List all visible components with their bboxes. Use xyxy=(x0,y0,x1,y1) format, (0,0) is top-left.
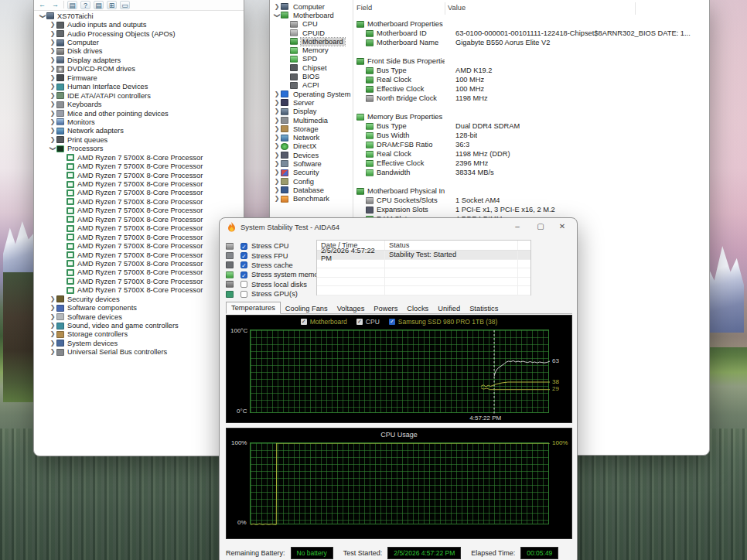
chevron-right-icon[interactable]: ❯ xyxy=(49,128,56,134)
log-entry-row[interactable]: 2/5/2026 4:57:22 PMStability Test: Start… xyxy=(317,251,530,260)
device-tree-item[interactable]: ❯System devices xyxy=(34,339,244,347)
chevron-right-icon[interactable]: ❯ xyxy=(273,4,281,10)
device-tree-item[interactable]: ❯Display adapters xyxy=(34,56,244,64)
field-value-row[interactable]: Real Clock100 MHz xyxy=(353,75,709,84)
export-list-icon[interactable]: ▤ xyxy=(94,1,104,9)
chevron-right-icon[interactable]: ❯ xyxy=(49,31,56,37)
aida-nav-item[interactable]: ❯Multimedia xyxy=(270,116,353,125)
chevron-right-icon[interactable]: ❯ xyxy=(49,296,56,302)
device-tree-item[interactable]: AMD Ryzen 7 5700X 8-Core Processor xyxy=(34,197,244,206)
field-value-row[interactable]: Bus TypeAMD K19.2 xyxy=(353,66,709,75)
chevron-right-icon[interactable]: ❯ xyxy=(273,100,281,106)
chevron-down-icon[interactable]: ❯ xyxy=(49,145,56,152)
aida-nav-item[interactable]: Motherboard xyxy=(270,37,353,46)
chevron-right-icon[interactable]: ❯ xyxy=(49,75,56,81)
checkbox-checked[interactable]: ✓ xyxy=(240,243,247,250)
chevron-right-icon[interactable]: ❯ xyxy=(273,179,281,185)
chevron-right-icon[interactable]: ❯ xyxy=(49,66,56,72)
chevron-right-icon[interactable]: ❯ xyxy=(273,161,281,167)
tab-unified[interactable]: Unified xyxy=(433,303,465,314)
checkbox-checked[interactable]: ✓ xyxy=(240,252,247,259)
device-tree-item[interactable]: AMD Ryzen 7 5700X 8-Core Processor xyxy=(34,162,244,170)
device-tree-item[interactable]: AMD Ryzen 7 5700X 8-Core Processor xyxy=(34,215,244,224)
chevron-right-icon[interactable]: ❯ xyxy=(49,93,56,99)
field-value-row[interactable]: Motherboard NameGigabyte B550 Aorus Elit… xyxy=(353,38,709,47)
field-value-row[interactable]: Memory Bus Properties xyxy=(353,112,709,121)
field-value-row[interactable]: Motherboard Physical Info xyxy=(353,186,709,196)
chevron-right-icon[interactable]: ❯ xyxy=(49,331,56,337)
device-tree-item[interactable]: ❯XS70Taichi xyxy=(34,12,244,20)
device-tree-item[interactable]: ❯Universal Serial Bus controllers xyxy=(34,348,244,357)
chevron-right-icon[interactable]: ❯ xyxy=(273,169,281,176)
aida-nav-item[interactable]: ❯Computer xyxy=(270,2,353,11)
chevron-right-icon[interactable]: ❯ xyxy=(49,101,56,108)
maximize-button[interactable]: ▢ xyxy=(535,221,546,232)
tab-cooling-fans[interactable]: Cooling Fans xyxy=(281,303,333,314)
device-tree-item[interactable]: ❯Storage controllers xyxy=(34,330,244,339)
legend-checkbox-checked[interactable]: ✓ xyxy=(301,319,307,325)
aida-nav-item[interactable]: ❯Devices xyxy=(270,151,353,159)
device-tree-item[interactable]: AMD Ryzen 7 5700X 8-Core Processor xyxy=(34,241,244,250)
chevron-right-icon[interactable]: ❯ xyxy=(49,111,56,117)
field-value-row[interactable]: CPU Sockets/Slots1 Socket AM4 xyxy=(353,196,709,205)
column-divider[interactable] xyxy=(635,2,636,15)
chevron-right-icon[interactable]: ❯ xyxy=(49,48,56,54)
tab-clocks[interactable]: Clocks xyxy=(402,303,433,314)
device-tree-item[interactable]: AMD Ryzen 7 5700X 8-Core Processor xyxy=(34,251,244,259)
column-divider[interactable] xyxy=(445,2,445,15)
aida-nav-item[interactable]: Memory xyxy=(270,46,353,54)
aida-nav-item[interactable]: BIOS xyxy=(270,72,353,80)
back-icon[interactable]: ← xyxy=(37,1,47,9)
checkbox-checked[interactable]: ✓ xyxy=(240,261,247,268)
tab-statistics[interactable]: Statistics xyxy=(465,303,503,314)
field-value-row[interactable]: Motherboard ID63-0100-000001-00101111-12… xyxy=(353,29,709,38)
chevron-right-icon[interactable]: ❯ xyxy=(49,22,56,28)
chevron-right-icon[interactable]: ❯ xyxy=(49,57,56,63)
field-value-row[interactable]: North Bridge Clock1198 MHz xyxy=(353,94,709,103)
aida-nav-item[interactable]: Chipset xyxy=(270,63,353,72)
scan-hardware-icon[interactable]: ⊞ xyxy=(107,1,117,9)
aida-nav-item[interactable]: ❯Software xyxy=(270,159,353,168)
minimize-button[interactable]: – xyxy=(512,221,523,232)
device-tree-item[interactable]: ❯Processors xyxy=(34,145,244,153)
aida-nav-item[interactable]: ❯Security xyxy=(270,169,353,177)
monitor-icon[interactable]: ▭ xyxy=(120,1,130,9)
device-tree-item[interactable]: ❯Print queues xyxy=(34,135,244,144)
aida-nav-item[interactable]: ❯Display xyxy=(270,108,353,116)
aida-nav-item[interactable]: ❯Server xyxy=(270,98,353,107)
aida-nav-item[interactable]: ACPI xyxy=(270,81,353,90)
chevron-right-icon[interactable]: ❯ xyxy=(273,118,281,124)
help-icon[interactable]: ? xyxy=(80,1,90,9)
stability-title-bar[interactable]: System Stability Test - AIDA64 xyxy=(220,218,577,235)
chevron-right-icon[interactable]: ❯ xyxy=(49,119,56,125)
aida-nav-item[interactable]: SPD xyxy=(270,55,353,63)
device-tree-item[interactable]: ❯Software devices xyxy=(34,312,244,321)
device-tree-item[interactable]: ❯IDE ATA/ATAPI controllers xyxy=(34,91,244,100)
log-col-status[interactable]: Status xyxy=(385,241,518,250)
chevron-right-icon[interactable]: ❯ xyxy=(273,126,281,132)
field-value-row[interactable]: Effective Clock100 MHz xyxy=(353,84,709,94)
device-tree-item[interactable]: ❯Disk drives xyxy=(34,47,244,56)
aida-nav-item[interactable]: CPU xyxy=(270,20,353,29)
chevron-right-icon[interactable]: ❯ xyxy=(273,196,281,202)
chevron-right-icon[interactable]: ❯ xyxy=(273,187,281,193)
device-tree-item[interactable]: AMD Ryzen 7 5700X 8-Core Processor xyxy=(34,189,244,197)
chevron-right-icon[interactable]: ❯ xyxy=(49,84,56,90)
field-value-row[interactable]: Bus TypeDual DDR4 SDRAM xyxy=(353,121,709,131)
device-tree-item[interactable]: AMD Ryzen 7 5700X 8-Core Processor xyxy=(34,259,244,268)
legend-checkbox-checked[interactable]: ✓ xyxy=(389,319,395,325)
chevron-right-icon[interactable]: ❯ xyxy=(49,323,56,329)
field-value-row[interactable]: Expansion Slots1 PCI-E x1, 3 PCI-E x16, … xyxy=(353,205,709,214)
device-tree-item[interactable]: ❯DVD/CD-ROM drives xyxy=(34,65,244,73)
aida-nav-item[interactable]: CPUID xyxy=(270,29,353,37)
aida-nav-item[interactable]: ❯Database xyxy=(270,186,353,194)
aida-nav-item[interactable]: ❯Benchmark xyxy=(270,195,353,203)
checkbox-unchecked[interactable] xyxy=(240,291,247,298)
device-tree-item[interactable]: AMD Ryzen 7 5700X 8-Core Processor xyxy=(34,224,244,233)
aida-nav-item[interactable]: ❯DirectX xyxy=(270,142,353,151)
aida-nav-item[interactable]: ❯Network xyxy=(270,133,353,142)
device-tree-item[interactable]: AMD Ryzen 7 5700X 8-Core Processor xyxy=(34,286,244,295)
chevron-right-icon[interactable]: ❯ xyxy=(273,91,281,97)
device-tree-item[interactable]: ❯Sound, video and game controllers xyxy=(34,321,244,330)
checkbox-unchecked[interactable] xyxy=(240,281,247,288)
